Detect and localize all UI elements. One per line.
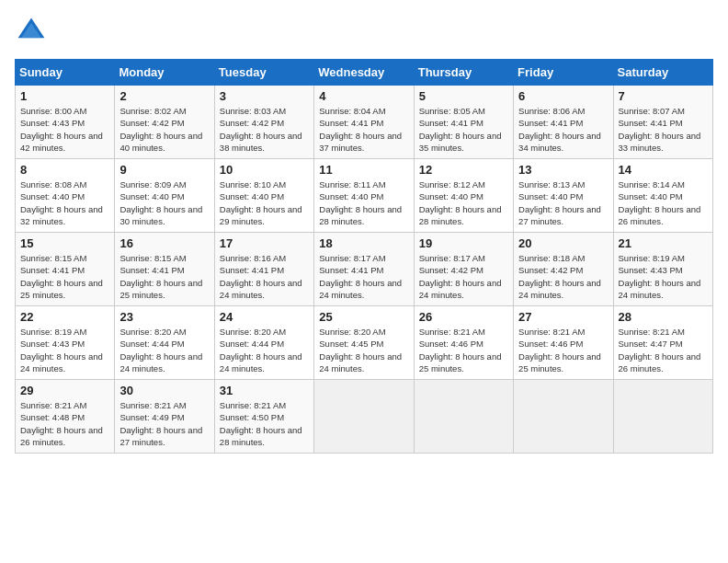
day-detail: Sunrise: 8:07 AM Sunset: 4:41 PM Dayligh… (619, 105, 708, 154)
day-number: 14 (619, 163, 708, 177)
calendar-day-7: 7 Sunrise: 8:07 AM Sunset: 4:41 PM Dayli… (613, 86, 712, 159)
day-detail: Sunrise: 8:13 AM Sunset: 4:40 PM Dayligh… (518, 178, 608, 227)
day-number: 23 (119, 310, 209, 324)
calendar-header: SundayMondayTuesdayWednesdayThursdayFrid… (16, 60, 713, 86)
day-number: 19 (419, 236, 508, 250)
calendar-week-3: 15 Sunrise: 8:15 AM Sunset: 4:41 PM Dayl… (16, 233, 713, 306)
day-detail: Sunrise: 8:18 AM Sunset: 4:42 PM Dayligh… (518, 252, 608, 301)
logo-icon (15, 15, 48, 48)
calendar-day-9: 9 Sunrise: 8:09 AM Sunset: 4:40 PM Dayli… (115, 159, 214, 233)
empty-cell (613, 380, 712, 454)
day-number: 21 (619, 236, 708, 250)
day-number: 24 (220, 310, 309, 324)
day-number: 15 (20, 236, 109, 250)
col-header-sunday: Sunday (16, 60, 115, 86)
calendar-day-19: 19 Sunrise: 8:17 AM Sunset: 4:42 PM Dayl… (414, 233, 513, 306)
col-header-monday: Monday (115, 60, 214, 86)
day-detail: Sunrise: 8:10 AM Sunset: 4:40 PM Dayligh… (220, 178, 309, 227)
calendar-day-22: 22 Sunrise: 8:19 AM Sunset: 4:43 PM Dayl… (16, 306, 115, 380)
day-number: 31 (220, 384, 309, 397)
day-detail: Sunrise: 8:12 AM Sunset: 4:40 PM Dayligh… (419, 178, 508, 227)
empty-cell (314, 380, 414, 454)
calendar-day-10: 10 Sunrise: 8:10 AM Sunset: 4:40 PM Dayl… (214, 159, 313, 233)
empty-cell (514, 380, 613, 454)
day-detail: Sunrise: 8:19 AM Sunset: 4:43 PM Dayligh… (20, 326, 109, 374)
col-header-saturday: Saturday (613, 60, 712, 86)
day-detail: Sunrise: 8:20 AM Sunset: 4:44 PM Dayligh… (220, 326, 309, 374)
day-number: 30 (119, 384, 209, 397)
calendar-day-2: 2 Sunrise: 8:02 AM Sunset: 4:42 PM Dayli… (115, 86, 214, 159)
day-detail: Sunrise: 8:21 AM Sunset: 4:48 PM Dayligh… (20, 399, 109, 448)
day-number: 18 (319, 236, 408, 250)
day-number: 22 (20, 310, 109, 324)
day-detail: Sunrise: 8:21 AM Sunset: 4:50 PM Dayligh… (220, 399, 309, 448)
calendar-table: SundayMondayTuesdayWednesdayThursdayFrid… (15, 59, 713, 454)
col-header-tuesday: Tuesday (214, 60, 313, 86)
calendar-day-15: 15 Sunrise: 8:15 AM Sunset: 4:41 PM Dayl… (16, 233, 115, 306)
day-number: 10 (220, 163, 309, 177)
calendar-day-26: 26 Sunrise: 8:21 AM Sunset: 4:46 PM Dayl… (414, 306, 513, 380)
day-number: 11 (319, 163, 408, 177)
day-detail: Sunrise: 8:00 AM Sunset: 4:43 PM Dayligh… (20, 105, 109, 154)
day-detail: Sunrise: 8:20 AM Sunset: 4:44 PM Dayligh… (119, 326, 209, 374)
day-number: 13 (518, 163, 608, 177)
day-number: 12 (419, 163, 508, 177)
calendar-week-1: 1 Sunrise: 8:00 AM Sunset: 4:43 PM Dayli… (16, 86, 713, 159)
calendar-week-4: 22 Sunrise: 8:19 AM Sunset: 4:43 PM Dayl… (16, 306, 713, 380)
day-number: 7 (619, 89, 708, 103)
day-number: 17 (220, 236, 309, 250)
day-number: 6 (518, 89, 608, 103)
day-detail: Sunrise: 8:15 AM Sunset: 4:41 PM Dayligh… (20, 252, 109, 301)
day-detail: Sunrise: 8:21 AM Sunset: 4:47 PM Dayligh… (619, 326, 708, 374)
calendar-day-4: 4 Sunrise: 8:04 AM Sunset: 4:41 PM Dayli… (314, 86, 414, 159)
day-detail: Sunrise: 8:17 AM Sunset: 4:41 PM Dayligh… (319, 252, 408, 301)
day-number: 9 (119, 163, 209, 177)
day-number: 26 (419, 310, 508, 324)
day-detail: Sunrise: 8:17 AM Sunset: 4:42 PM Dayligh… (419, 252, 508, 301)
day-detail: Sunrise: 8:14 AM Sunset: 4:40 PM Dayligh… (619, 178, 708, 227)
calendar-day-8: 8 Sunrise: 8:08 AM Sunset: 4:40 PM Dayli… (16, 159, 115, 233)
day-detail: Sunrise: 8:21 AM Sunset: 4:49 PM Dayligh… (119, 399, 209, 448)
day-number: 4 (319, 89, 408, 103)
day-number: 3 (220, 89, 309, 103)
day-number: 29 (20, 384, 109, 397)
day-detail: Sunrise: 8:03 AM Sunset: 4:42 PM Dayligh… (220, 105, 309, 154)
calendar-day-14: 14 Sunrise: 8:14 AM Sunset: 4:40 PM Dayl… (613, 159, 712, 233)
calendar-day-31: 31 Sunrise: 8:21 AM Sunset: 4:50 PM Dayl… (214, 380, 313, 454)
day-detail: Sunrise: 8:08 AM Sunset: 4:40 PM Dayligh… (20, 178, 109, 227)
calendar-week-2: 8 Sunrise: 8:08 AM Sunset: 4:40 PM Dayli… (16, 159, 713, 233)
day-detail: Sunrise: 8:19 AM Sunset: 4:43 PM Dayligh… (619, 252, 708, 301)
calendar-day-24: 24 Sunrise: 8:20 AM Sunset: 4:44 PM Dayl… (214, 306, 313, 380)
day-detail: Sunrise: 8:15 AM Sunset: 4:41 PM Dayligh… (119, 252, 209, 301)
day-number: 27 (518, 310, 608, 324)
day-number: 20 (518, 236, 608, 250)
calendar-week-5: 29 Sunrise: 8:21 AM Sunset: 4:48 PM Dayl… (16, 380, 713, 454)
day-detail: Sunrise: 8:02 AM Sunset: 4:42 PM Dayligh… (119, 105, 209, 154)
calendar-day-17: 17 Sunrise: 8:16 AM Sunset: 4:41 PM Dayl… (214, 233, 313, 306)
day-number: 1 (20, 89, 109, 103)
calendar-day-29: 29 Sunrise: 8:21 AM Sunset: 4:48 PM Dayl… (16, 380, 115, 454)
calendar-day-12: 12 Sunrise: 8:12 AM Sunset: 4:40 PM Dayl… (414, 159, 513, 233)
day-detail: Sunrise: 8:04 AM Sunset: 4:41 PM Dayligh… (319, 105, 408, 154)
day-detail: Sunrise: 8:09 AM Sunset: 4:40 PM Dayligh… (119, 178, 209, 227)
calendar-day-20: 20 Sunrise: 8:18 AM Sunset: 4:42 PM Dayl… (514, 233, 613, 306)
day-detail: Sunrise: 8:20 AM Sunset: 4:45 PM Dayligh… (319, 326, 408, 374)
col-header-friday: Friday (514, 60, 613, 86)
calendar-day-16: 16 Sunrise: 8:15 AM Sunset: 4:41 PM Dayl… (115, 233, 214, 306)
day-number: 16 (119, 236, 209, 250)
calendar-day-3: 3 Sunrise: 8:03 AM Sunset: 4:42 PM Dayli… (214, 86, 313, 159)
day-number: 28 (619, 310, 708, 324)
calendar-day-25: 25 Sunrise: 8:20 AM Sunset: 4:45 PM Dayl… (314, 306, 414, 380)
day-detail: Sunrise: 8:21 AM Sunset: 4:46 PM Dayligh… (419, 326, 508, 374)
calendar-day-18: 18 Sunrise: 8:17 AM Sunset: 4:41 PM Dayl… (314, 233, 414, 306)
day-detail: Sunrise: 8:11 AM Sunset: 4:40 PM Dayligh… (319, 178, 408, 227)
day-detail: Sunrise: 8:05 AM Sunset: 4:41 PM Dayligh… (419, 105, 508, 154)
calendar-day-13: 13 Sunrise: 8:13 AM Sunset: 4:40 PM Dayl… (514, 159, 613, 233)
calendar-day-5: 5 Sunrise: 8:05 AM Sunset: 4:41 PM Dayli… (414, 86, 513, 159)
calendar-day-30: 30 Sunrise: 8:21 AM Sunset: 4:49 PM Dayl… (115, 380, 214, 454)
calendar-day-6: 6 Sunrise: 8:06 AM Sunset: 4:41 PM Dayli… (514, 86, 613, 159)
day-detail: Sunrise: 8:21 AM Sunset: 4:46 PM Dayligh… (518, 326, 608, 374)
calendar-day-28: 28 Sunrise: 8:21 AM Sunset: 4:47 PM Dayl… (613, 306, 712, 380)
day-number: 8 (20, 163, 109, 177)
page-header (15, 15, 713, 48)
